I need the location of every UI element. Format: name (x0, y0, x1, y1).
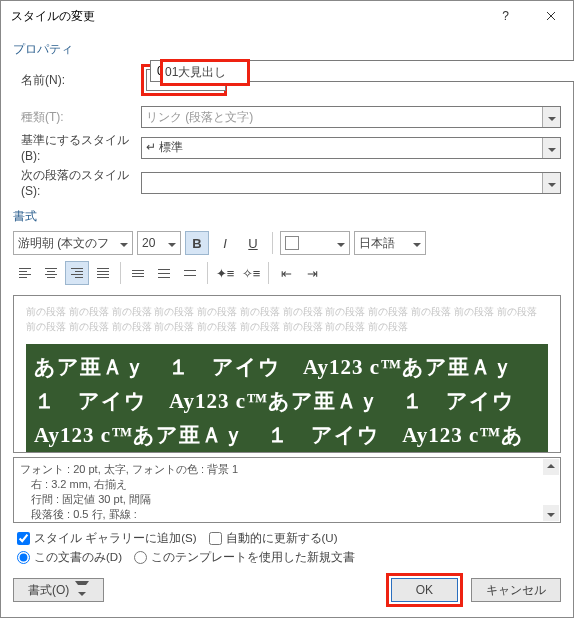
chevron-down-icon[interactable] (542, 138, 560, 158)
base-style-combo[interactable]: ↵ 標準 (141, 137, 561, 159)
italic-button[interactable]: I (213, 231, 237, 255)
name-label: 名前(N): (13, 72, 141, 89)
close-button[interactable] (528, 1, 573, 31)
cancel-button[interactable]: キャンセル (471, 578, 561, 602)
section-format-label: 書式 (13, 208, 561, 225)
font-color-combo[interactable] (280, 231, 350, 255)
base-style-label: 基準にするスタイル(B): (13, 132, 141, 163)
chevron-down-icon (542, 107, 560, 127)
desc-line-3: 行間 : 固定値 30 pt, 間隔 (20, 492, 554, 507)
line-spacing-150-button[interactable] (152, 261, 176, 285)
dialog-window: スタイルの変更 ? プロパティ 名前(N): 01大見出し 種類(T): リンク… (0, 0, 574, 618)
auto-update-checkbox[interactable]: 自動的に更新する(U) (209, 531, 338, 546)
space-before-dec-button[interactable]: ✧≡ (239, 261, 263, 285)
window-title: スタイルの変更 (11, 8, 95, 25)
language-combo[interactable]: 日本語 (354, 231, 426, 255)
titlebar: スタイルの変更 ? (1, 1, 573, 31)
section-properties-label: プロパティ (13, 41, 561, 58)
name-value-visible: 01大見出し (165, 65, 226, 79)
content: プロパティ 名前(N): 01大見出し 種類(T): リンク (段落と文字) 基… (1, 31, 573, 617)
preview-sample-text: あア亜Ａｙ １ アイウ Ay123 c™あア亜Ａｙ １ アイウ Ay123 c™… (26, 344, 548, 453)
indent-dec-button[interactable]: ⇤ (274, 261, 298, 285)
this-document-radio[interactable]: この文書のみ(D) (17, 550, 122, 565)
indent-inc-button[interactable]: ⇥ (300, 261, 324, 285)
ok-button[interactable]: OK (391, 578, 458, 602)
scroll-down-button[interactable] (543, 505, 559, 521)
scroll-up-button[interactable] (543, 459, 559, 475)
preview-prev-paragraph: 前の段落 前の段落 前の段落 前の段落 前の段落 前の段落 前の段落 前の段落 … (26, 304, 548, 334)
bold-button[interactable]: B (185, 231, 209, 255)
help-button[interactable]: ? (483, 1, 528, 31)
add-to-gallery-checkbox[interactable]: スタイル ギャラリーに追加(S) (17, 531, 197, 546)
next-style-label: 次の段落のスタイル(S): (13, 167, 141, 198)
align-left-button[interactable] (13, 261, 37, 285)
desc-line-2: 右 : 3.2 mm, 右揃え (20, 477, 554, 492)
line-spacing-100-button[interactable] (126, 261, 150, 285)
template-radio[interactable]: このテンプレートを使用した新規文書 (134, 550, 355, 565)
font-size-combo[interactable]: 20 (137, 231, 181, 255)
type-combo: リンク (段落と文字) (141, 106, 561, 128)
align-justify-button[interactable] (91, 261, 115, 285)
space-before-inc-button[interactable]: ✦≡ (213, 261, 237, 285)
align-right-button[interactable] (65, 261, 89, 285)
style-preview: 前の段落 前の段落 前の段落 前の段落 前の段落 前の段落 前の段落 前の段落 … (13, 295, 561, 453)
font-family-combo[interactable]: 游明朝 (本文のフ (13, 231, 133, 255)
desc-line-4: 段落後 : 0.5 行, 罫線 : (20, 507, 554, 522)
font-toolbar: 游明朝 (本文のフ 20 B I U 日本語 (13, 231, 561, 255)
line-spacing-200-button[interactable] (178, 261, 202, 285)
type-label: 種類(T): (13, 109, 141, 126)
color-swatch-icon (285, 236, 299, 250)
paragraph-toolbar: ✦≡ ✧≡ ⇤ ⇥ (13, 261, 561, 285)
style-description: フォント : 20 pt, 太字, フォントの色 : 背景 1 右 : 3.2 … (13, 457, 561, 523)
align-center-button[interactable] (39, 261, 63, 285)
underline-button[interactable]: U (241, 231, 265, 255)
type-value: リンク (段落と文字) (146, 109, 253, 126)
desc-line-1: フォント : 20 pt, 太字, フォントの色 : 背景 1 (20, 462, 554, 477)
format-button[interactable]: 書式(O) (13, 578, 104, 602)
base-style-value: ↵ 標準 (146, 139, 183, 156)
chevron-down-icon (75, 581, 89, 599)
chevron-down-icon[interactable] (542, 173, 560, 193)
next-style-combo[interactable] (141, 172, 561, 194)
